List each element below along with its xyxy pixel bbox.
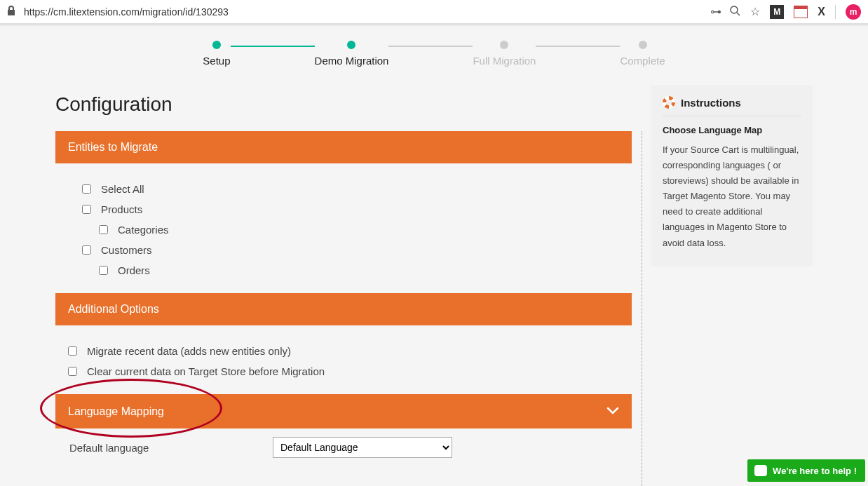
section-header-entities: Entities to Migrate [55, 131, 632, 163]
help-widget[interactable]: We're here to help ! [747, 459, 865, 482]
svg-point-0 [731, 6, 738, 13]
section-title: Additional Options [68, 303, 159, 316]
star-icon[interactable]: ☆ [750, 5, 760, 18]
url-text[interactable]: https://cm.litextension.com/migration/id… [24, 6, 229, 18]
key-icon[interactable]: ⊶ [710, 5, 719, 18]
profile-avatar[interactable]: m [846, 4, 861, 20]
default-language-select[interactable]: Default Language [273, 437, 452, 458]
extension-m-icon[interactable]: M [770, 5, 784, 19]
checkbox-migrate-recent[interactable]: Migrate recent data (adds new entities o… [68, 341, 619, 361]
checkbox-label: Orders [118, 264, 150, 276]
svg-line-1 [737, 13, 740, 15]
checkbox-label: Migrate recent data (adds new entities o… [87, 345, 291, 357]
checkbox-input[interactable] [82, 184, 91, 194]
step-connector [231, 46, 315, 47]
instructions-heading: Instructions [681, 97, 741, 109]
checkbox-label: Products [101, 203, 142, 215]
step-label: Complete [620, 55, 665, 67]
step-complete[interactable]: Complete [620, 41, 665, 67]
additional-body: Migrate recent data (adds new entities o… [55, 325, 632, 394]
help-widget-label: We're here to help ! [773, 466, 857, 476]
checkbox-input[interactable] [68, 367, 77, 376]
dashed-connector [642, 131, 651, 486]
lifebuoy-icon [663, 96, 675, 109]
section-title: Language Mapping [68, 405, 164, 418]
checkbox-input[interactable] [99, 225, 108, 234]
instructions-subheading: Choose Language Map [663, 125, 801, 135]
extension-x-icon[interactable]: X [818, 6, 825, 18]
step-demo-migration[interactable]: Demo Migration [315, 41, 389, 67]
checkbox-label: Clear current data on Target Store befor… [87, 365, 325, 377]
step-label: Demo Migration [315, 55, 389, 67]
checkbox-input[interactable] [82, 245, 91, 255]
section-header-language[interactable]: Language Mapping [55, 394, 632, 428]
step-full-migration[interactable]: Full Migration [473, 41, 536, 67]
lock-icon [7, 6, 15, 18]
section-header-additional: Additional Options [55, 293, 632, 325]
entities-body: Select All Products Categories Customers… [55, 163, 632, 293]
step-label: Setup [203, 55, 230, 67]
step-label: Full Migration [473, 55, 536, 67]
checkbox-products[interactable]: Products [82, 199, 619, 220]
checkbox-categories[interactable]: Categories [82, 220, 619, 240]
step-setup[interactable]: Setup [203, 41, 230, 67]
chat-icon [754, 465, 767, 476]
checkbox-label: Customers [101, 244, 152, 256]
checkbox-input[interactable] [82, 205, 91, 214]
language-default-row: Default language Default Language [55, 428, 632, 458]
zoom-icon[interactable] [729, 5, 740, 19]
progress-stepper: Setup Demo Migration Full Migration Comp… [0, 27, 868, 78]
chevron-down-icon[interactable] [606, 404, 619, 419]
instructions-body: If your Source Cart is multilingual, cor… [663, 142, 801, 251]
checkbox-input[interactable] [68, 346, 77, 356]
checkbox-label: Select All [101, 183, 144, 195]
page-title: Configuration [55, 93, 632, 116]
checkbox-label: Categories [118, 224, 169, 236]
checkbox-clear-data[interactable]: Clear current data on Target Store befor… [68, 361, 619, 382]
checkbox-customers[interactable]: Customers [82, 240, 619, 260]
instructions-card: Instructions Choose Language Map If your… [651, 85, 813, 266]
checkbox-select-all[interactable]: Select All [82, 179, 619, 199]
checkbox-orders[interactable]: Orders [82, 260, 619, 281]
separator [835, 5, 836, 19]
checkbox-input[interactable] [99, 266, 108, 275]
step-connector [536, 46, 620, 47]
step-connector [388, 46, 473, 47]
default-language-label: Default language [69, 442, 273, 454]
section-title: Entities to Migrate [68, 141, 158, 154]
browser-toolbar-icons: ⊶ ☆ M X m [710, 4, 861, 20]
calendar-icon[interactable] [794, 6, 808, 18]
browser-address-bar: https://cm.litextension.com/migration/id… [0, 0, 868, 24]
